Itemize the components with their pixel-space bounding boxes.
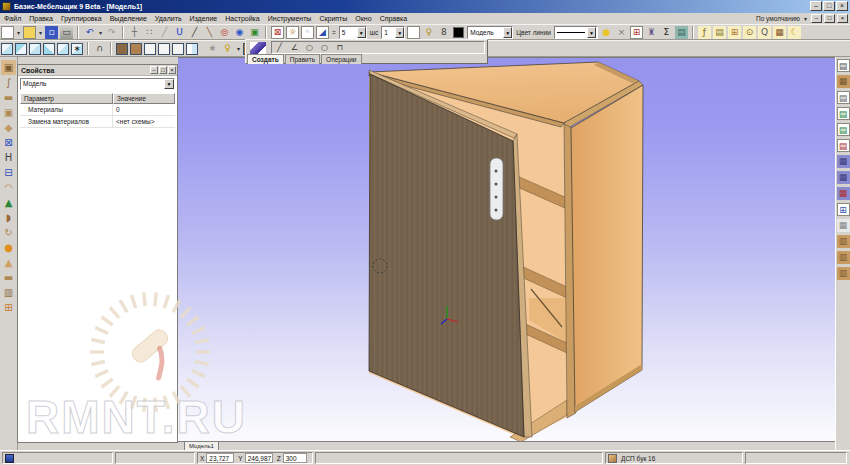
property-value[interactable]: <нет схемы> (113, 116, 175, 127)
rotate-view-icon[interactable]: ∩ (93, 42, 106, 55)
script-edit-icon[interactable]: ƒ (698, 26, 711, 39)
new-file-icon[interactable] (1, 26, 14, 39)
shade-dark-icon[interactable] (116, 43, 128, 55)
cap-icon[interactable]: ◠ (1, 180, 16, 195)
view-front-icon[interactable] (15, 43, 27, 55)
view-back-icon[interactable] (57, 43, 69, 55)
apply-button[interactable] (407, 26, 420, 39)
menu-delete[interactable]: Удалить (151, 13, 186, 24)
circle2-shape-icon[interactable]: ○ (318, 41, 331, 54)
maximize-button[interactable]: □ (823, 1, 835, 11)
grid-orange-icon[interactable]: ⊞ (1, 300, 16, 315)
sheet-edit-icon[interactable]: ▤ (713, 26, 726, 39)
panel-split-icon[interactable]: ⊟ (1, 165, 16, 180)
gray-board-icon[interactable]: ▦ (837, 219, 850, 232)
tan-board-icon[interactable]: ▥ (837, 235, 850, 248)
framed-board-icon[interactable]: ▣ (1, 105, 16, 120)
box-icon[interactable]: ▥ (1, 285, 16, 300)
board-icon[interactable]: ▬ (1, 90, 16, 105)
zoom-all-icon[interactable]: ☼ (286, 26, 299, 39)
section-icon[interactable]: 8 (437, 26, 450, 39)
undo-icon[interactable]: ↶ (83, 26, 96, 39)
cone-icon[interactable]: ▲ (1, 255, 16, 270)
doc-green-icon[interactable]: ▤ (837, 107, 850, 120)
tab-operations[interactable]: Операции (321, 54, 361, 64)
shade-wood-icon[interactable] (130, 43, 142, 55)
x-field[interactable]: 23,727 (206, 453, 234, 463)
brush-icon[interactable] (250, 42, 266, 54)
zoom-red-icon[interactable]: ◎ (218, 26, 231, 39)
menu-tools[interactable]: Инструменты (264, 13, 316, 24)
table-icon[interactable]: ⊞ (728, 26, 741, 39)
property-value[interactable]: 0 (113, 104, 175, 115)
view-side-icon[interactable] (29, 43, 41, 55)
snap-grid-icon[interactable]: ∷ (143, 26, 156, 39)
render-icon[interactable]: ▣ (248, 26, 261, 39)
open-file-dropdown[interactable]: ▾ (37, 26, 44, 39)
menu-file[interactable]: Файл (0, 13, 25, 24)
arc-shape-icon[interactable]: ⊓ (333, 41, 346, 54)
purple-board2-icon[interactable]: ▦ (837, 171, 850, 184)
properties-close-button[interactable]: × (168, 66, 176, 74)
properties-object-combo[interactable]: Модель▼ (20, 78, 175, 90)
properties-minimize-button[interactable]: – (150, 66, 158, 74)
tab-create[interactable]: Создать (247, 54, 284, 64)
purple-board-icon[interactable]: ▦ (837, 155, 850, 168)
app-icon[interactable] (2, 2, 11, 11)
status-info-icon[interactable] (5, 454, 14, 463)
lamp-dropdown[interactable]: ▾ (235, 42, 242, 55)
ruler-icon[interactable]: ╱ (158, 26, 171, 39)
print-preview-icon[interactable]: ▤ (675, 26, 688, 39)
scissors-icon[interactable]: × (615, 26, 628, 39)
moon-icon[interactable]: ☾ (788, 26, 801, 39)
save-icon[interactable]: ▫ (45, 26, 58, 39)
view-top-icon[interactable] (43, 43, 55, 55)
search-icon[interactable]: Q (758, 26, 771, 39)
properties-maximize-button[interactable]: □ (159, 66, 167, 74)
undo-dropdown[interactable]: ▾ (97, 26, 104, 39)
sole-icon[interactable]: ◗ (1, 210, 16, 225)
panel-x-icon[interactable]: ⊠ (1, 135, 16, 150)
line-shape-icon[interactable]: ╱ (273, 41, 286, 54)
y-field[interactable]: 246,987 (245, 453, 273, 463)
menu-edit[interactable]: Правка (25, 13, 57, 24)
new-file-dropdown[interactable]: ▾ (15, 26, 22, 39)
doc-red-icon[interactable]: ▤ (837, 139, 850, 152)
circle-shape-icon[interactable]: ○ (303, 41, 316, 54)
scale-combo[interactable]: 5▼ (339, 26, 367, 39)
panel-cube-icon[interactable]: ▣ (1, 60, 16, 75)
redo-icon[interactable]: ↷ (105, 26, 118, 39)
property-row[interactable]: Материалы0 (20, 104, 175, 116)
wood-board-icon[interactable]: ▦ (837, 75, 850, 88)
board2-icon[interactable]: ▬ (1, 270, 16, 285)
eraser-icon[interactable]: ◆ (1, 120, 16, 135)
rotate-panel-icon[interactable]: ↻ (1, 225, 16, 240)
doc2-icon[interactable]: ▤ (837, 91, 850, 104)
outline-icon[interactable] (172, 43, 184, 55)
tab-edit[interactable]: Править (285, 54, 320, 64)
snap-move-icon[interactable]: ┼ (128, 26, 141, 39)
menu-selection[interactable]: Выделение (106, 13, 151, 24)
model-combo[interactable]: Модель▼ (467, 26, 513, 39)
magnet-icon[interactable]: U (173, 26, 186, 39)
doc-green2-icon[interactable]: ▤ (837, 123, 850, 136)
light-icon[interactable]: ♀ (422, 26, 435, 39)
doc-icon[interactable]: ▤ (837, 59, 850, 72)
pencil-icon[interactable]: ╲ (203, 26, 216, 39)
menu-window[interactable]: Окно (351, 13, 375, 24)
fan-icon[interactable]: ∗ (206, 42, 219, 55)
tan-board2-icon[interactable]: ▥ (837, 251, 850, 264)
print-icon[interactable]: ▭ (60, 26, 73, 39)
menu-settings[interactable]: Настройка (221, 13, 263, 24)
clock-icon[interactable]: ⊙ (743, 26, 756, 39)
materials-cube-icon[interactable]: ▦ (773, 26, 786, 39)
hidden-line-icon[interactable] (158, 43, 170, 55)
mdi-close-button[interactable]: × (837, 14, 848, 23)
z-field[interactable]: 300 (283, 453, 307, 463)
mdi-minimize-button[interactable]: – (811, 14, 822, 23)
stamp-icon[interactable]: ♜ (645, 26, 658, 39)
view-iso-icon[interactable] (1, 43, 13, 55)
property-row[interactable]: Замена материалов<нет схемы> (20, 116, 175, 128)
zoom-window-icon[interactable]: ⊠ (271, 26, 284, 39)
lamp-icon[interactable]: ♀ (221, 42, 234, 55)
